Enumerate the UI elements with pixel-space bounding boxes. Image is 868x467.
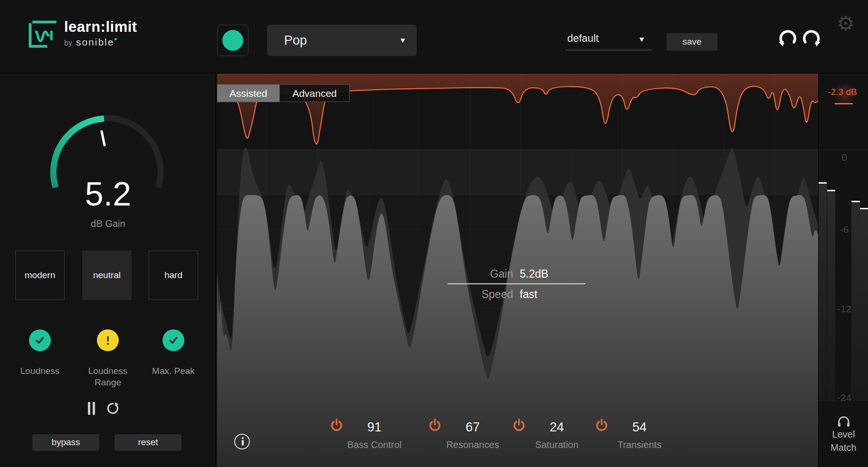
brand-dot-icon — [114, 38, 117, 40]
check-icon — [162, 329, 184, 351]
bass-control-value[interactable]: 91 — [367, 420, 382, 435]
loudness-range-indicator-label: Loudness Range — [82, 365, 134, 388]
saturation-group: 24 Saturation — [512, 418, 602, 450]
level-match-label-line1: Level — [832, 428, 855, 440]
app-logo: learn:limit bysonible — [27, 19, 137, 49]
top-bar: learn:limit bysonible Pop ▼ default ▼ sa… — [0, 0, 868, 74]
reset-button[interactable]: reset — [114, 434, 181, 451]
undo-button[interactable] — [776, 28, 799, 51]
gauge-needle — [102, 131, 105, 145]
gain-value: 5.2 — [0, 175, 216, 213]
level-match-label-line2: Match — [830, 441, 856, 454]
info-icon — [242, 437, 244, 439]
check-icon — [29, 329, 51, 351]
character-button-hard[interactable]: hard — [149, 251, 198, 300]
mode-tabs: Assisted Advanced — [217, 84, 350, 102]
transients-group: 54 Transients — [594, 418, 685, 450]
meter-peak-cap — [860, 208, 868, 209]
meter-bar — [819, 184, 827, 401]
loudness-indicator: Loudness — [7, 329, 73, 377]
meter-transport-controls — [88, 401, 120, 416]
restart-loop-button[interactable] — [105, 401, 120, 416]
info-button[interactable] — [234, 434, 250, 449]
logo-text-block: learn:limit bysonible — [64, 19, 137, 49]
meter-peak-cap — [851, 201, 860, 202]
warning-exclamation-icon — [97, 329, 119, 351]
loudness-indicator-label: Loudness — [20, 365, 59, 377]
overlay-speed-value: fast — [520, 286, 585, 302]
learnlimit-logo-icon — [27, 19, 57, 49]
saturation-label: Saturation — [535, 439, 578, 450]
preset-dropdown[interactable]: default ▼ — [565, 29, 652, 50]
bass-control-label: Bass Control — [347, 439, 402, 450]
learning-record-button[interactable] — [217, 25, 248, 56]
tab-assisted[interactable]: Assisted — [217, 84, 279, 102]
chevron-down-icon: ▼ — [399, 36, 406, 44]
resonances-group: 67 Resonances — [428, 418, 518, 450]
overlay-gain-label: Gain — [448, 266, 513, 282]
power-icon[interactable] — [512, 418, 526, 432]
power-icon[interactable] — [329, 418, 344, 432]
settings-gear-icon[interactable]: ⚙ — [832, 10, 859, 37]
level-match-button[interactable]: Level Match — [819, 401, 868, 467]
record-dot-icon — [222, 30, 243, 51]
scale-label-0: 0 — [819, 152, 868, 163]
loudness-range-indicator: Loudness Range — [75, 329, 141, 388]
meter-peak-cap — [819, 182, 827, 184]
saturation-value[interactable]: 24 — [550, 420, 564, 435]
headphones-icon — [837, 415, 851, 427]
meter-bar — [827, 191, 835, 401]
genre-selected-value: Pop — [267, 33, 307, 48]
redo-button[interactable] — [800, 28, 823, 51]
left-control-panel: 5.2 dB Gain modern neutral hard Loudness… — [0, 75, 216, 467]
logo-subtitle: bysonible — [64, 37, 137, 48]
genre-profile-dropdown[interactable]: Pop ▼ — [267, 25, 417, 56]
gain-unit-label: dB Gain — [0, 218, 216, 229]
overlay-divider — [448, 283, 585, 284]
resonances-value[interactable]: 67 — [466, 420, 480, 435]
learn-limit-plugin-window: learn:limit bysonible Pop ▼ default ▼ sa… — [0, 0, 868, 467]
redo-arrowhead-icon — [816, 41, 820, 47]
scale-label-minus6: -6 — [819, 224, 868, 235]
max-peak-indicator: Max. Peak — [140, 329, 207, 377]
transients-value[interactable]: 54 — [632, 420, 647, 435]
logo-by-text: by — [64, 39, 72, 47]
preset-selected-value: default — [565, 32, 599, 44]
transients-label: Transients — [618, 439, 662, 450]
character-button-neutral[interactable]: neutral — [82, 251, 132, 300]
waveform-display[interactable]: Assisted Advanced Gain 5.2dB Speed fast — [217, 74, 818, 467]
tab-advanced[interactable]: Advanced — [279, 84, 349, 102]
pause-button[interactable] — [88, 402, 95, 415]
level-meters — [819, 74, 868, 401]
bass-control-group: 91 Bass Control — [329, 418, 420, 450]
undo-arrowhead-icon — [779, 41, 784, 47]
max-peak-indicator-label: Max. Peak — [152, 365, 195, 377]
resonances-label: Resonances — [446, 439, 499, 450]
scale-label-minus12: -12 — [819, 303, 868, 315]
chevron-down-icon: ▼ — [638, 35, 645, 43]
bypass-button[interactable]: bypass — [32, 434, 99, 451]
power-icon[interactable] — [594, 418, 609, 432]
power-icon[interactable] — [428, 418, 442, 432]
character-button-modern[interactable]: modern — [15, 251, 65, 300]
overlay-speed-label: Speed — [448, 286, 513, 302]
meter-peak-cap — [827, 190, 835, 191]
brand-name: sonible — [76, 37, 114, 47]
app-title: learn:limit — [64, 19, 137, 35]
gain-speed-overlay[interactable]: Gain 5.2dB Speed fast — [448, 266, 585, 302]
output-meter-column: -2.3 dB 0 -6 -12 -24 Level Match — [818, 74, 868, 467]
save-button[interactable]: save — [667, 33, 717, 51]
overlay-gain-value: 5.2dB — [520, 266, 585, 282]
